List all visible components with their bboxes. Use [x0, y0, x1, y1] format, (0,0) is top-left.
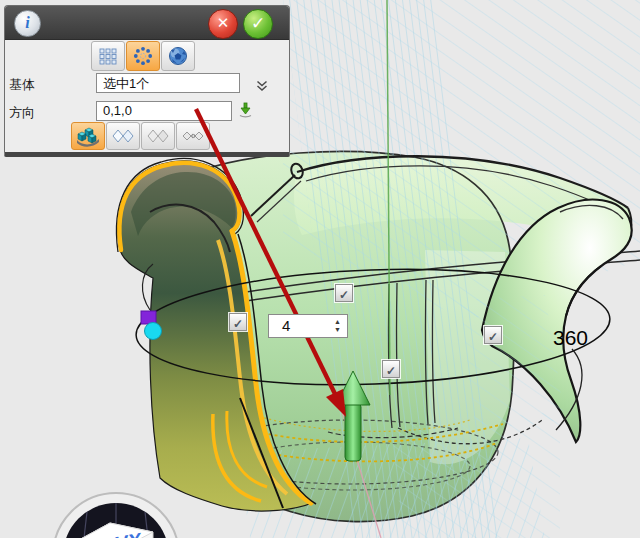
pattern-instance-checkbox[interactable]: ✓: [335, 284, 353, 302]
pattern-count-spinner[interactable]: 4 ▲ ▼: [268, 314, 348, 338]
base-field-label: 基体: [9, 76, 35, 94]
pattern-mirror-button[interactable]: [106, 122, 140, 150]
confirm-button[interactable]: ✓: [243, 9, 273, 39]
spin-up-button[interactable]: ▲: [334, 318, 341, 326]
pattern-instance-checkbox[interactable]: ✓: [229, 313, 247, 331]
pattern-cubes-icon: [76, 126, 100, 147]
expand-button[interactable]: [256, 77, 268, 95]
info-icon[interactable]: i: [14, 10, 41, 37]
diamonds-gray-icon: [147, 127, 169, 145]
checkmark-icon: ✓: [233, 317, 243, 331]
pattern-type-toolbar: [91, 41, 196, 71]
circular-pattern-dialog: i ✕ ✓: [4, 5, 290, 157]
diamonds-icon: [112, 127, 134, 145]
green-pick-arrow-icon: [238, 102, 253, 118]
brand-logo: VX: [53, 493, 179, 538]
pattern-instance-checkbox[interactable]: ✓: [484, 326, 502, 344]
spin-down-button[interactable]: ▼: [334, 326, 341, 334]
pattern-geometry-button[interactable]: [71, 122, 105, 150]
pattern-instance-checkbox[interactable]: ✓: [382, 360, 400, 378]
base-selection-field[interactable]: 选中1个: [96, 73, 240, 93]
direction-field-label: 方向: [9, 104, 35, 122]
pattern-count-value[interactable]: 4: [269, 315, 330, 337]
direction-vector-field[interactable]: 0,1,0: [96, 101, 232, 121]
pattern-options-toolbar: [71, 122, 211, 150]
linear-pattern-button[interactable]: [91, 41, 125, 71]
checkmark-icon: ✓: [386, 364, 396, 378]
checkmark-icon: ✓: [488, 330, 498, 344]
sphere-pattern-button[interactable]: [161, 41, 195, 71]
diamonds-arrows-icon: [182, 127, 204, 145]
sphere-pattern-icon: [167, 46, 189, 66]
grid-pattern-icon: [97, 46, 119, 66]
circular-pattern-button[interactable]: [126, 41, 160, 71]
checkmark-icon: ✓: [339, 288, 349, 302]
cancel-button[interactable]: ✕: [208, 9, 238, 39]
pick-direction-button[interactable]: [238, 102, 253, 122]
pattern-option-gray-button[interactable]: [141, 122, 175, 150]
chevron-double-down-icon: [256, 80, 268, 91]
circular-pattern-icon: [132, 46, 154, 66]
origin-handle[interactable]: [145, 323, 162, 340]
viewport-3d[interactable]: VX ✓ ✓ ✓ ✓ 4 ▲ ▼ 360 i ✕ ✓: [0, 0, 640, 538]
pattern-option-swap-button[interactable]: [176, 122, 210, 150]
pattern-angle-label[interactable]: 360: [553, 326, 588, 350]
